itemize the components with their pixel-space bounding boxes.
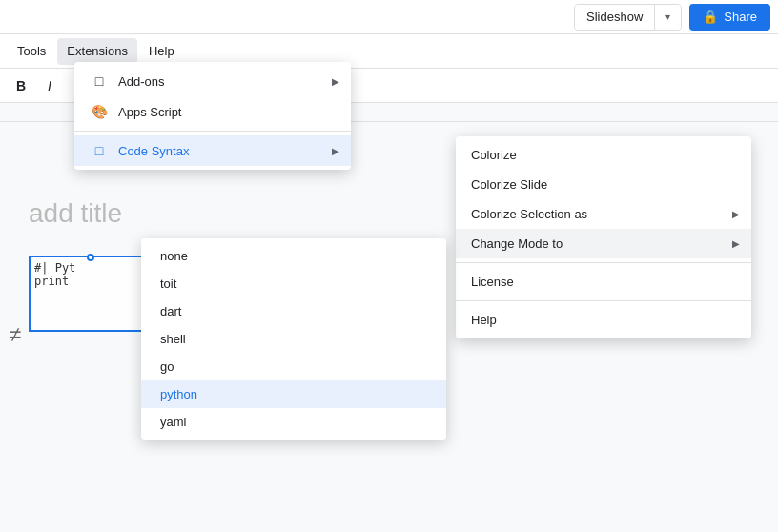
help-item[interactable]: Help bbox=[456, 305, 751, 335]
colorize-label: Colorize bbox=[471, 148, 517, 162]
lang-dart[interactable]: dart bbox=[141, 297, 446, 325]
extensions-menu-item-addons[interactable]: □ Add-ons ▶ bbox=[74, 66, 351, 96]
codesyntax-arrow-icon: ▶ bbox=[332, 146, 339, 156]
slide-text-content: #| Pytprint bbox=[34, 261, 147, 288]
text-box-handle[interactable] bbox=[87, 254, 94, 261]
italic-button[interactable]: I bbox=[36, 72, 63, 99]
colorize-selection-arrow: ▶ bbox=[732, 209, 740, 219]
share-lock-icon: 🔒 bbox=[703, 10, 718, 24]
codesyntax-icon: □ bbox=[90, 141, 109, 160]
change-mode-arrow: ▶ bbox=[732, 238, 740, 249]
submenu-separator bbox=[456, 262, 751, 263]
share-label: Share bbox=[724, 10, 757, 24]
lang-yaml[interactable]: yaml bbox=[141, 408, 446, 436]
license-item[interactable]: License bbox=[456, 267, 751, 297]
language-list-submenu: none toit dart shell go python yaml bbox=[141, 238, 446, 440]
change-mode-label: Change Mode to bbox=[471, 236, 563, 251]
menu-item-help[interactable]: Help bbox=[139, 38, 184, 65]
extensions-menu-divider bbox=[74, 131, 351, 132]
lang-python[interactable]: python bbox=[141, 380, 446, 408]
lang-go-label: go bbox=[160, 359, 174, 374]
top-toolbar: Slideshow ▾ 🔒 Share bbox=[0, 0, 778, 34]
codesyntax-label: Code Syntax bbox=[118, 144, 189, 158]
code-syntax-submenu: Colorize Colorize Slide Colorize Selecti… bbox=[456, 136, 751, 338]
extensions-menu-item-codesyntax[interactable]: □ Code Syntax ▶ bbox=[74, 135, 351, 166]
license-label: License bbox=[471, 275, 514, 289]
colorize-selection-label: Colorize Selection as bbox=[471, 207, 587, 221]
lang-dart-label: dart bbox=[160, 304, 181, 318]
lang-shell-label: shell bbox=[160, 332, 186, 346]
change-mode-item[interactable]: Change Mode to ▶ bbox=[456, 229, 751, 258]
lang-toit-label: toit bbox=[160, 276, 176, 291]
submenu-separator-2 bbox=[456, 300, 751, 301]
lang-yaml-label: yaml bbox=[160, 415, 186, 429]
addons-arrow-icon: ▶ bbox=[332, 76, 339, 87]
menu-item-extensions[interactable]: Extensions bbox=[57, 38, 137, 65]
slide-text-box[interactable]: #| Pytprint bbox=[29, 256, 153, 332]
colorize-selection-item[interactable]: Colorize Selection as ▶ bbox=[456, 199, 751, 229]
lang-go[interactable]: go bbox=[141, 353, 446, 380]
appsscript-icon: 🎨 bbox=[90, 102, 109, 121]
lang-none-label: none bbox=[160, 249, 188, 263]
slideshow-dropdown-button[interactable]: ▾ bbox=[654, 4, 681, 31]
lang-python-label: python bbox=[160, 387, 197, 401]
share-button[interactable]: 🔒 Share bbox=[689, 4, 770, 31]
slideshow-button[interactable]: Slideshow bbox=[575, 4, 654, 31]
menu-item-tools[interactable]: Tools bbox=[8, 38, 55, 65]
no-spell-check-icon: ≠ bbox=[10, 322, 21, 347]
colorize-item[interactable]: Colorize bbox=[456, 140, 751, 170]
appsscript-label: Apps Script bbox=[118, 105, 181, 119]
colorize-slide-label: Colorize Slide bbox=[471, 177, 547, 192]
slideshow-button-group: Slideshow ▾ bbox=[574, 4, 682, 31]
addons-label: Add-ons bbox=[118, 74, 164, 89]
lang-toit[interactable]: toit bbox=[141, 270, 446, 297]
lang-shell[interactable]: shell bbox=[141, 325, 446, 353]
help-label: Help bbox=[471, 313, 497, 327]
addons-icon: □ bbox=[90, 72, 109, 91]
colorize-slide-item[interactable]: Colorize Slide bbox=[456, 170, 751, 199]
extensions-menu: □ Add-ons ▶ 🎨 Apps Script □ Code Syntax … bbox=[74, 62, 351, 170]
extensions-menu-item-appsscript[interactable]: 🎨 Apps Script bbox=[74, 96, 351, 127]
lang-none[interactable]: none bbox=[141, 242, 446, 270]
slide-title-placeholder[interactable]: add title bbox=[29, 198, 122, 229]
bold-button[interactable]: B bbox=[8, 72, 34, 99]
